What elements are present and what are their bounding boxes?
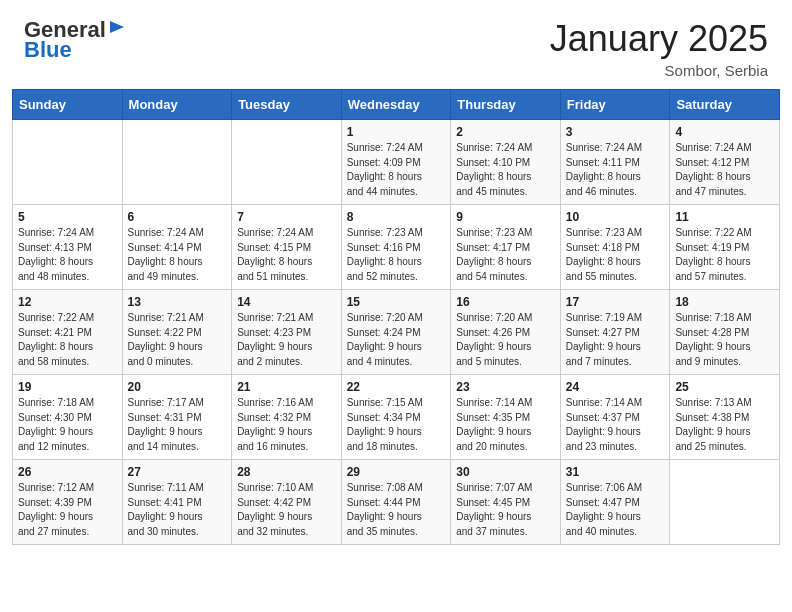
header-sunday: Sunday	[13, 90, 123, 120]
day-number: 14	[237, 295, 336, 309]
day-info: Sunrise: 7:19 AM Sunset: 4:27 PM Dayligh…	[566, 311, 665, 369]
calendar-cell: 10Sunrise: 7:23 AM Sunset: 4:18 PM Dayli…	[560, 205, 670, 290]
calendar-cell: 18Sunrise: 7:18 AM Sunset: 4:28 PM Dayli…	[670, 290, 780, 375]
day-info: Sunrise: 7:24 AM Sunset: 4:12 PM Dayligh…	[675, 141, 774, 199]
calendar-cell: 1Sunrise: 7:24 AM Sunset: 4:09 PM Daylig…	[341, 120, 451, 205]
day-info: Sunrise: 7:17 AM Sunset: 4:31 PM Dayligh…	[128, 396, 227, 454]
calendar-cell	[232, 120, 342, 205]
logo-blue: Blue	[24, 38, 72, 62]
calendar-cell: 31Sunrise: 7:06 AM Sunset: 4:47 PM Dayli…	[560, 460, 670, 545]
day-info: Sunrise: 7:08 AM Sunset: 4:44 PM Dayligh…	[347, 481, 446, 539]
day-info: Sunrise: 7:15 AM Sunset: 4:34 PM Dayligh…	[347, 396, 446, 454]
day-info: Sunrise: 7:14 AM Sunset: 4:37 PM Dayligh…	[566, 396, 665, 454]
day-info: Sunrise: 7:10 AM Sunset: 4:42 PM Dayligh…	[237, 481, 336, 539]
calendar-cell: 28Sunrise: 7:10 AM Sunset: 4:42 PM Dayli…	[232, 460, 342, 545]
calendar-cell: 17Sunrise: 7:19 AM Sunset: 4:27 PM Dayli…	[560, 290, 670, 375]
day-info: Sunrise: 7:20 AM Sunset: 4:24 PM Dayligh…	[347, 311, 446, 369]
calendar-cell: 22Sunrise: 7:15 AM Sunset: 4:34 PM Dayli…	[341, 375, 451, 460]
day-info: Sunrise: 7:21 AM Sunset: 4:23 PM Dayligh…	[237, 311, 336, 369]
day-number: 26	[18, 465, 117, 479]
calendar-week-row: 5Sunrise: 7:24 AM Sunset: 4:13 PM Daylig…	[13, 205, 780, 290]
calendar-cell: 8Sunrise: 7:23 AM Sunset: 4:16 PM Daylig…	[341, 205, 451, 290]
day-info: Sunrise: 7:24 AM Sunset: 4:10 PM Dayligh…	[456, 141, 555, 199]
svg-marker-0	[110, 21, 124, 33]
calendar-subtitle: Sombor, Serbia	[550, 62, 768, 79]
calendar-cell: 21Sunrise: 7:16 AM Sunset: 4:32 PM Dayli…	[232, 375, 342, 460]
day-number: 25	[675, 380, 774, 394]
day-info: Sunrise: 7:16 AM Sunset: 4:32 PM Dayligh…	[237, 396, 336, 454]
day-info: Sunrise: 7:22 AM Sunset: 4:19 PM Dayligh…	[675, 226, 774, 284]
logo: General Blue	[24, 18, 126, 62]
calendar-cell: 6Sunrise: 7:24 AM Sunset: 4:14 PM Daylig…	[122, 205, 232, 290]
day-info: Sunrise: 7:24 AM Sunset: 4:15 PM Dayligh…	[237, 226, 336, 284]
day-info: Sunrise: 7:18 AM Sunset: 4:30 PM Dayligh…	[18, 396, 117, 454]
day-number: 23	[456, 380, 555, 394]
calendar-cell: 12Sunrise: 7:22 AM Sunset: 4:21 PM Dayli…	[13, 290, 123, 375]
logo-flag-icon	[108, 19, 126, 41]
calendar-week-row: 1Sunrise: 7:24 AM Sunset: 4:09 PM Daylig…	[13, 120, 780, 205]
day-info: Sunrise: 7:18 AM Sunset: 4:28 PM Dayligh…	[675, 311, 774, 369]
calendar-cell: 7Sunrise: 7:24 AM Sunset: 4:15 PM Daylig…	[232, 205, 342, 290]
weekday-header-row: Sunday Monday Tuesday Wednesday Thursday…	[13, 90, 780, 120]
calendar-table: Sunday Monday Tuesday Wednesday Thursday…	[12, 89, 780, 545]
day-info: Sunrise: 7:20 AM Sunset: 4:26 PM Dayligh…	[456, 311, 555, 369]
day-number: 28	[237, 465, 336, 479]
title-block: January 2025 Sombor, Serbia	[550, 18, 768, 79]
day-number: 31	[566, 465, 665, 479]
day-number: 15	[347, 295, 446, 309]
calendar-cell: 23Sunrise: 7:14 AM Sunset: 4:35 PM Dayli…	[451, 375, 561, 460]
day-info: Sunrise: 7:23 AM Sunset: 4:17 PM Dayligh…	[456, 226, 555, 284]
calendar-cell: 25Sunrise: 7:13 AM Sunset: 4:38 PM Dayli…	[670, 375, 780, 460]
day-number: 13	[128, 295, 227, 309]
day-number: 9	[456, 210, 555, 224]
calendar-cell: 11Sunrise: 7:22 AM Sunset: 4:19 PM Dayli…	[670, 205, 780, 290]
day-number: 4	[675, 125, 774, 139]
day-info: Sunrise: 7:13 AM Sunset: 4:38 PM Dayligh…	[675, 396, 774, 454]
calendar-cell	[670, 460, 780, 545]
header-tuesday: Tuesday	[232, 90, 342, 120]
header-saturday: Saturday	[670, 90, 780, 120]
calendar-week-row: 26Sunrise: 7:12 AM Sunset: 4:39 PM Dayli…	[13, 460, 780, 545]
day-number: 3	[566, 125, 665, 139]
header-friday: Friday	[560, 90, 670, 120]
calendar-cell: 14Sunrise: 7:21 AM Sunset: 4:23 PM Dayli…	[232, 290, 342, 375]
day-info: Sunrise: 7:23 AM Sunset: 4:16 PM Dayligh…	[347, 226, 446, 284]
day-number: 20	[128, 380, 227, 394]
calendar-cell: 29Sunrise: 7:08 AM Sunset: 4:44 PM Dayli…	[341, 460, 451, 545]
calendar-week-row: 12Sunrise: 7:22 AM Sunset: 4:21 PM Dayli…	[13, 290, 780, 375]
day-number: 18	[675, 295, 774, 309]
day-number: 7	[237, 210, 336, 224]
calendar-cell: 20Sunrise: 7:17 AM Sunset: 4:31 PM Dayli…	[122, 375, 232, 460]
day-number: 19	[18, 380, 117, 394]
day-info: Sunrise: 7:22 AM Sunset: 4:21 PM Dayligh…	[18, 311, 117, 369]
day-number: 8	[347, 210, 446, 224]
day-info: Sunrise: 7:12 AM Sunset: 4:39 PM Dayligh…	[18, 481, 117, 539]
day-number: 6	[128, 210, 227, 224]
day-number: 17	[566, 295, 665, 309]
day-info: Sunrise: 7:24 AM Sunset: 4:14 PM Dayligh…	[128, 226, 227, 284]
calendar-cell: 19Sunrise: 7:18 AM Sunset: 4:30 PM Dayli…	[13, 375, 123, 460]
day-number: 27	[128, 465, 227, 479]
day-number: 10	[566, 210, 665, 224]
calendar-cell: 2Sunrise: 7:24 AM Sunset: 4:10 PM Daylig…	[451, 120, 561, 205]
calendar-cell: 24Sunrise: 7:14 AM Sunset: 4:37 PM Dayli…	[560, 375, 670, 460]
calendar-cell: 5Sunrise: 7:24 AM Sunset: 4:13 PM Daylig…	[13, 205, 123, 290]
calendar: Sunday Monday Tuesday Wednesday Thursday…	[0, 89, 792, 557]
day-number: 21	[237, 380, 336, 394]
calendar-cell	[122, 120, 232, 205]
page-header: General Blue January 2025 Sombor, Serbia	[0, 0, 792, 89]
day-info: Sunrise: 7:24 AM Sunset: 4:13 PM Dayligh…	[18, 226, 117, 284]
header-monday: Monday	[122, 90, 232, 120]
calendar-cell: 4Sunrise: 7:24 AM Sunset: 4:12 PM Daylig…	[670, 120, 780, 205]
header-thursday: Thursday	[451, 90, 561, 120]
calendar-cell	[13, 120, 123, 205]
calendar-cell: 9Sunrise: 7:23 AM Sunset: 4:17 PM Daylig…	[451, 205, 561, 290]
day-number: 11	[675, 210, 774, 224]
day-info: Sunrise: 7:24 AM Sunset: 4:09 PM Dayligh…	[347, 141, 446, 199]
calendar-cell: 26Sunrise: 7:12 AM Sunset: 4:39 PM Dayli…	[13, 460, 123, 545]
day-number: 30	[456, 465, 555, 479]
calendar-cell: 13Sunrise: 7:21 AM Sunset: 4:22 PM Dayli…	[122, 290, 232, 375]
calendar-cell: 27Sunrise: 7:11 AM Sunset: 4:41 PM Dayli…	[122, 460, 232, 545]
header-wednesday: Wednesday	[341, 90, 451, 120]
calendar-week-row: 19Sunrise: 7:18 AM Sunset: 4:30 PM Dayli…	[13, 375, 780, 460]
